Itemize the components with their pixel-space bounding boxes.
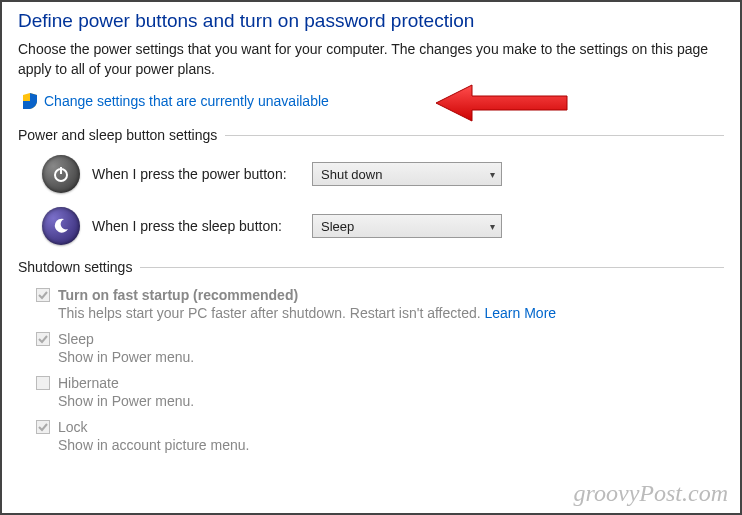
fast-startup-label: Turn on fast startup (recommended) [58,287,298,303]
heading-divider [225,135,724,136]
power-icon [42,155,80,193]
hibernate-label: Hibernate [58,375,119,391]
svg-rect-0 [23,101,30,109]
change-settings-link[interactable]: Change settings that are currently unava… [44,93,329,109]
fast-startup-item: Turn on fast startup (recommended) This … [36,287,724,321]
hibernate-item: Hibernate Show in Power menu. [36,375,724,409]
sleep-desc: Show in Power menu. [58,349,724,365]
shutdown-settings-section: Shutdown settings Turn on fast startup (… [18,259,724,453]
sleep-button-dropdown[interactable]: Sleep ▾ [312,214,502,238]
sleep-item: Sleep Show in Power menu. [36,331,724,365]
lock-item: Lock Show in account picture menu. [36,419,724,453]
lock-checkbox[interactable] [36,420,50,434]
shutdown-heading: Shutdown settings [18,259,724,275]
sleep-button-dropdown-value: Sleep [321,219,354,234]
lock-label: Lock [58,419,88,435]
power-sleep-section: Power and sleep button settings When I p… [18,127,724,245]
lock-desc: Show in account picture menu. [58,437,724,453]
fast-startup-desc: This helps start your PC faster after sh… [58,305,724,321]
sleep-checkbox[interactable] [36,332,50,346]
intro-text: Choose the power settings that you want … [18,40,724,79]
red-arrow-annotation [432,81,572,128]
hibernate-desc: Show in Power menu. [58,393,724,409]
shutdown-heading-text: Shutdown settings [18,259,140,275]
power-button-row: When I press the power button: Shut down… [42,155,724,193]
sleep-button-row: When I press the sleep button: Sleep ▾ [42,207,724,245]
hibernate-checkbox[interactable] [36,376,50,390]
power-button-dropdown[interactable]: Shut down ▾ [312,162,502,186]
fast-startup-desc-text: This helps start your PC faster after sh… [58,305,485,321]
chevron-down-icon: ▾ [490,169,495,180]
power-button-label: When I press the power button: [92,166,312,182]
change-settings-row: Change settings that are currently unava… [22,93,724,109]
power-sleep-heading: Power and sleep button settings [18,127,724,143]
power-sleep-heading-text: Power and sleep button settings [18,127,225,143]
power-button-dropdown-value: Shut down [321,167,382,182]
sleep-label: Sleep [58,331,94,347]
chevron-down-icon: ▾ [490,221,495,232]
shutdown-list: Turn on fast startup (recommended) This … [36,287,724,453]
shield-icon [22,93,38,109]
fast-startup-checkbox[interactable] [36,288,50,302]
page-title: Define power buttons and turn on passwor… [18,10,724,32]
watermark: groovyPost.com [574,480,728,507]
heading-divider [140,267,724,268]
learn-more-link[interactable]: Learn More [485,305,557,321]
sleep-icon [42,207,80,245]
sleep-button-label: When I press the sleep button: [92,218,312,234]
